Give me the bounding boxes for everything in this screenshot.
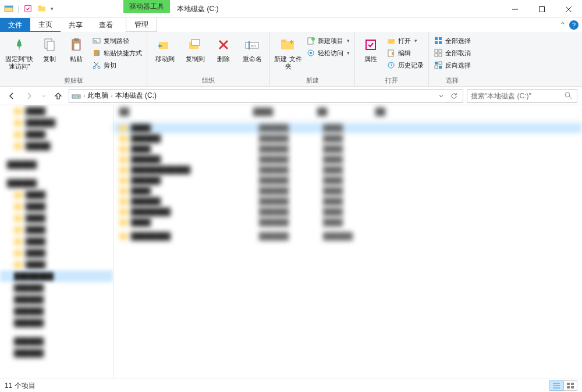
search-box[interactable] [467, 89, 577, 103]
file-row[interactable]: ████████████████ [113, 133, 582, 144]
svg-rect-49 [435, 66, 438, 69]
tab-view[interactable]: 查看 [91, 18, 121, 32]
file-row[interactable]: ████████████████ [113, 175, 582, 186]
ribbon-collapse-icon[interactable]: ⌃ [560, 21, 566, 29]
tree-item[interactable]: ██████ [0, 282, 113, 294]
tab-home[interactable]: 主页 [30, 18, 61, 32]
paste-button[interactable]: 粘贴 [64, 33, 88, 63]
tree-item[interactable]: ████ [0, 224, 113, 236]
tree-item[interactable]: █████ [0, 140, 113, 152]
move-to-button[interactable]: 移动到 [151, 33, 179, 63]
chevron-right-icon[interactable]: › [111, 92, 112, 99]
file-row[interactable]: ████████████████ [113, 196, 582, 206]
forward-button[interactable] [22, 89, 36, 103]
rename-button[interactable]: ab 重命名 [238, 33, 266, 63]
file-row[interactable]: ██████████████ [113, 144, 582, 154]
tree-item[interactable]: ████ [0, 129, 113, 140]
tree-item[interactable]: ██████ [0, 159, 113, 170]
tree-item[interactable] [0, 170, 113, 177]
rename-icon: ab [243, 35, 261, 54]
tree-item[interactable]: ████ [0, 212, 113, 224]
navigation-pane[interactable]: ████ ██████ ████ █████ ██████ ██████ ███… [0, 105, 113, 379]
svg-rect-60 [567, 386, 570, 389]
tree-item[interactable] [0, 329, 113, 336]
delete-button[interactable]: 删除 [211, 33, 236, 63]
tree-item[interactable]: ████ [0, 259, 113, 270]
tree-item[interactable]: ████ [0, 189, 113, 201]
open-icon [386, 36, 396, 45]
tree-item[interactable]: ██████ [0, 294, 113, 305]
address-dropdown-button[interactable] [435, 90, 448, 102]
tab-manage[interactable]: 管理 [126, 18, 157, 32]
details-view-button[interactable] [549, 380, 563, 391]
tree-item-selected[interactable]: ████████ [0, 270, 113, 282]
tree-item[interactable]: ████ [0, 105, 113, 117]
breadcrumb-this-pc[interactable]: 此电脑 [87, 91, 108, 101]
edit-button[interactable]: 编辑 [385, 48, 425, 58]
select-all-button[interactable]: 全部选择 [432, 35, 472, 46]
copy-to-button[interactable]: 复制到 [181, 33, 209, 63]
minimize-button[interactable] [502, 0, 528, 18]
cut-button[interactable]: 剪切 [91, 60, 143, 70]
recent-locations-button[interactable] [40, 89, 48, 103]
file-row-selected[interactable]: ██████████████ [113, 123, 582, 133]
tree-item[interactable]: ████ [0, 201, 113, 212]
chevron-right-icon[interactable]: › [83, 92, 85, 99]
drive-icon [72, 92, 81, 100]
icons-view-button[interactable] [563, 380, 577, 391]
refresh-button[interactable] [448, 90, 460, 102]
qat-dropdown-icon[interactable]: ▾ [51, 6, 54, 12]
tree-item[interactable]: ██████ [0, 317, 113, 329]
file-row[interactable]: ██████████████████ [113, 206, 582, 217]
paste-shortcut-button[interactable]: 粘贴快捷方式 [91, 48, 143, 58]
tree-item[interactable]: ██████ [0, 347, 113, 359]
tree-item[interactable]: ██████ [0, 177, 113, 189]
tab-share[interactable]: 共享 [61, 18, 91, 32]
svg-rect-41 [435, 41, 438, 44]
svg-line-54 [569, 97, 572, 99]
easy-access-button[interactable]: 轻松访问▾ [305, 48, 351, 58]
tree-item[interactable]: ██████ [0, 336, 113, 347]
file-row[interactable]: ██████████████ [113, 217, 582, 227]
tree-item[interactable]: ██████ [0, 117, 113, 129]
close-button[interactable] [555, 0, 582, 18]
search-icon[interactable] [564, 91, 573, 101]
select-none-button[interactable]: 全部取消 [432, 48, 472, 58]
file-row[interactable]: ██████████████████████ [113, 165, 582, 175]
invert-selection-button[interactable]: 反向选择 [432, 60, 472, 70]
address-bar[interactable]: › 此电脑 › 本地磁盘 (C:) [69, 89, 463, 103]
maximize-button[interactable] [528, 0, 555, 18]
context-tab-drive-tools[interactable]: 驱动器工具 [123, 0, 170, 13]
tree-item[interactable]: ████ [0, 236, 113, 247]
new-item-button[interactable]: 新建项目▾ [305, 35, 351, 46]
new-folder-qat-icon[interactable] [37, 3, 47, 14]
breadcrumb-local-disk[interactable]: 本地磁盘 (C:) [115, 91, 157, 101]
tree-item[interactable] [0, 152, 113, 159]
file-row[interactable]: ████████████████ [113, 154, 582, 165]
help-icon[interactable]: ? [569, 20, 579, 30]
history-button[interactable]: 历史记录 [385, 60, 425, 70]
file-row[interactable]: ██████████████ [113, 186, 582, 196]
paste-icon [67, 35, 86, 54]
copy-button[interactable]: 复制 [37, 33, 62, 63]
svg-rect-23 [191, 40, 200, 45]
explorer-icon [3, 3, 14, 14]
properties-qat-icon[interactable] [23, 3, 33, 14]
tree-item[interactable]: ████ [0, 247, 113, 259]
open-button[interactable]: 打开▾ [385, 35, 425, 46]
back-button[interactable] [5, 89, 19, 103]
tab-file[interactable]: 文件 [0, 18, 30, 32]
new-folder-button[interactable]: 新建 文件夹 [274, 33, 303, 70]
file-row[interactable]: ████████████████████ [113, 231, 582, 241]
status-bar: 11 个项目 [0, 379, 582, 392]
svg-rect-4 [38, 6, 41, 8]
pin-to-quick-access-button[interactable]: 固定到"快 速访问" [3, 33, 35, 70]
properties-button[interactable]: 属性 [359, 33, 383, 63]
tree-item[interactable]: ██████ [0, 305, 113, 317]
column-headers[interactable]: ██████████ [113, 105, 582, 119]
up-button[interactable] [51, 89, 65, 103]
copy-path-button[interactable]: w复制路径 [91, 35, 143, 46]
svg-rect-10 [47, 41, 54, 51]
search-input[interactable] [471, 92, 564, 100]
file-list-pane[interactable]: ██████████ ██████████████ ██████████████… [113, 105, 582, 379]
